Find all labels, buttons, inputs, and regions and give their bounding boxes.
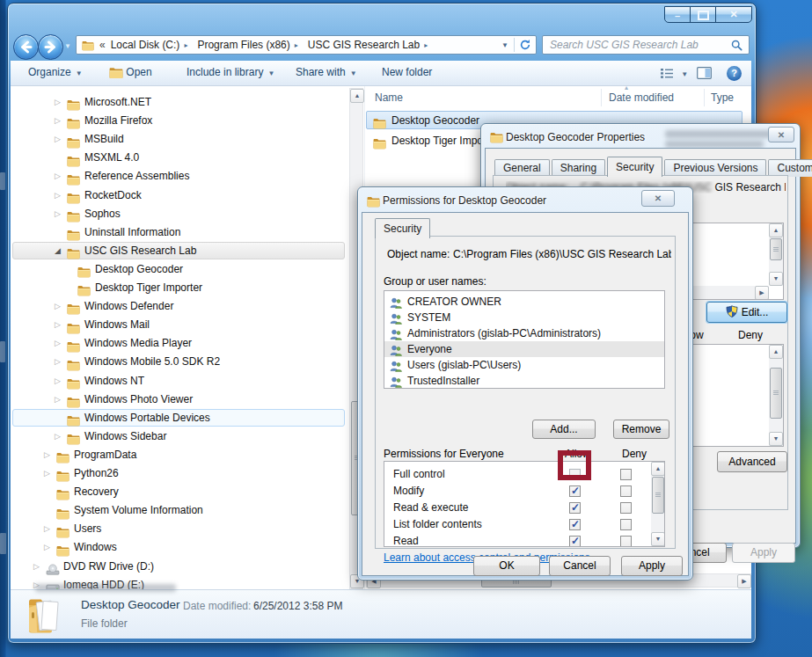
- expander-collapsed-icon[interactable]: ▷: [44, 446, 50, 464]
- scroll-down-button[interactable]: ▼: [769, 432, 783, 446]
- tree-item[interactable]: ▷ Users: [11, 520, 348, 537]
- expander-collapsed-icon[interactable]: ▷: [55, 167, 61, 185]
- permission-entries-list[interactable]: ▲ ▼ Full control Modify ✓ Read & execute…: [384, 461, 665, 547]
- tree-item[interactable]: ▷ Windows Defender: [11, 297, 348, 315]
- tree-item[interactable]: ▷ Windows Mobile 5.0 SDK R2: [11, 353, 348, 370]
- tree-item[interactable]: ▷ Windows: [11, 538, 348, 556]
- expander-collapsed-icon[interactable]: ▷: [55, 112, 61, 129]
- allow-checkbox[interactable]: ✓: [569, 519, 581, 530]
- views-button[interactable]: ▼: [660, 67, 688, 79]
- expander-collapsed-icon[interactable]: ▷: [44, 520, 50, 537]
- expander-collapsed-icon[interactable]: ▷: [55, 130, 61, 148]
- toolbar-item-open[interactable]: Open: [109, 66, 152, 79]
- permission-list-vscrollbar[interactable]: ▲ ▼: [769, 345, 783, 446]
- back-button[interactable]: [13, 34, 39, 60]
- allow-checkbox[interactable]: ✓: [569, 536, 581, 547]
- expander-collapsed-icon[interactable]: ▷: [55, 391, 61, 408]
- column-header-name[interactable]: Name: [375, 91, 403, 104]
- group-list-item[interactable]: TrustedInstaller: [384, 373, 664, 389]
- expander-collapsed-icon[interactable]: ▷: [55, 186, 61, 204]
- breadcrumb-separator-icon[interactable]: ▸: [295, 41, 298, 49]
- column-header-date-modified[interactable]: Date modified: [609, 91, 674, 104]
- tree-item[interactable]: ▷ Windows Photo Viewer: [11, 391, 348, 408]
- expander-collapsed-icon[interactable]: ▷: [55, 334, 61, 352]
- edit-permissions-button[interactable]: Edit...: [706, 302, 787, 323]
- breadcrumb-separator-icon[interactable]: ▸: [184, 41, 187, 49]
- tree-item[interactable]: Recovery: [11, 483, 348, 500]
- expander-collapsed-icon[interactable]: ▷: [55, 93, 61, 111]
- tree-item[interactable]: MSXML 4.0: [11, 149, 348, 166]
- group-list-item[interactable]: Everyone: [384, 341, 664, 357]
- breadcrumb-segment[interactable]: Local Disk (C:): [111, 39, 180, 51]
- tab-customize[interactable]: Customize: [768, 159, 812, 177]
- tree-item[interactable]: ▷ Windows Mail: [11, 316, 348, 333]
- toolbar-item-include-in-library[interactable]: Include in library▼: [187, 66, 274, 78]
- search-button[interactable]: [725, 40, 749, 51]
- tree-item[interactable]: ▷ Reference Assemblies: [11, 167, 348, 185]
- remove-button[interactable]: Remove: [613, 420, 669, 439]
- deny-checkbox[interactable]: [620, 469, 632, 480]
- address-bar[interactable]: « Local Disk (C:) ▸Program Files (x86) ▸…: [76, 35, 537, 55]
- tab-general[interactable]: General: [494, 159, 550, 177]
- expander-collapsed-icon[interactable]: ▷: [44, 538, 50, 556]
- expander-collapsed-icon[interactable]: ▷: [55, 297, 61, 315]
- expander-collapsed-icon[interactable]: ▷: [55, 316, 61, 333]
- scroll-right-button[interactable]: ▶: [737, 574, 751, 588]
- column-separator[interactable]: [704, 89, 705, 106]
- scroll-up-button[interactable]: ▲: [769, 223, 783, 237]
- tree-item[interactable]: ▷ Windows Media Player: [11, 334, 348, 352]
- deny-checkbox[interactable]: [620, 502, 632, 514]
- permissions-cancel-button[interactable]: Cancel: [549, 556, 611, 576]
- help-button[interactable]: ?: [727, 66, 742, 81]
- tree-item[interactable]: ▷ Sophos: [11, 205, 348, 223]
- tree-item[interactable]: Desktop Geocoder: [11, 260, 348, 278]
- add-button[interactable]: Add...: [532, 420, 596, 439]
- search-input[interactable]: [543, 39, 725, 51]
- group-list-vscrollbar[interactable]: ▲ ▼: [769, 223, 783, 286]
- properties-close-button[interactable]: ✕: [768, 127, 794, 142]
- tab-security[interactable]: Security: [375, 218, 430, 238]
- toolbar-item-share-with[interactable]: Share with▼: [296, 66, 357, 78]
- advanced-button[interactable]: Advanced: [717, 451, 787, 472]
- expander-collapsed-icon[interactable]: ▷: [44, 464, 50, 482]
- close-button[interactable]: ✕: [715, 6, 752, 23]
- scroll-right-button[interactable]: ▶: [755, 286, 769, 300]
- scrollbar-thumb[interactable]: [770, 238, 782, 260]
- tree-item[interactable]: System Volume Information: [11, 501, 348, 519]
- deny-checkbox[interactable]: [620, 536, 632, 547]
- properties-apply-button[interactable]: Apply: [732, 543, 795, 563]
- address-dropdown-icon[interactable]: ▼: [501, 41, 508, 49]
- tree-item[interactable]: ▷ RocketDock: [11, 186, 348, 204]
- ok-button[interactable]: OK: [473, 556, 540, 576]
- scroll-down-button[interactable]: ▼: [769, 272, 783, 286]
- tab-security[interactable]: Security: [607, 157, 662, 177]
- expander-collapsed-icon[interactable]: ▷: [55, 372, 61, 390]
- column-separator[interactable]: [601, 89, 602, 106]
- tree-item[interactable]: Desktop Tiger Importer: [11, 279, 348, 296]
- expander-collapsed-icon[interactable]: ▷: [55, 205, 61, 223]
- tree-item[interactable]: ◢ USC GIS Research Lab: [11, 242, 348, 259]
- group-list-item[interactable]: Users (gislab-PC\Users): [384, 357, 664, 373]
- tree-item[interactable]: ▷ MSBuild: [11, 130, 348, 148]
- allow-checkbox[interactable]: ✓: [569, 485, 581, 497]
- tree-item[interactable]: ▷ Mozilla Firefox: [11, 112, 348, 129]
- expander-collapsed-icon[interactable]: ▷: [55, 427, 61, 445]
- tree-item[interactable]: Uninstall Information: [11, 223, 348, 241]
- preview-pane-button[interactable]: [697, 67, 712, 82]
- toolbar-item-organize[interactable]: Organize▼: [28, 66, 83, 78]
- permissions-apply-button[interactable]: Apply: [621, 556, 683, 576]
- column-header-type[interactable]: Type: [711, 91, 734, 104]
- group-list-item[interactable]: CREATOR OWNER: [384, 294, 664, 310]
- breadcrumb-segment[interactable]: Program Files (x86): [197, 39, 289, 51]
- toolbar-item-new-folder[interactable]: New folder: [382, 66, 432, 78]
- tree-item[interactable]: ▷ ProgramData: [11, 446, 348, 464]
- refresh-button[interactable]: [515, 39, 536, 51]
- tab-sharing[interactable]: Sharing: [552, 159, 605, 177]
- deny-checkbox[interactable]: [620, 485, 632, 497]
- expander-expanded-icon[interactable]: ◢: [55, 242, 61, 259]
- scroll-up-button[interactable]: ▲: [769, 345, 783, 359]
- tree-item[interactable]: ▷ DVD RW Drive (D:): [11, 558, 348, 575]
- group-user-list[interactable]: CREATOR OWNER SYSTEM Administrators (gis…: [384, 290, 665, 389]
- group-list-item[interactable]: Administrators (gislab-PC\Administrators…: [384, 325, 664, 341]
- tree-item[interactable]: ▷ Windows NT: [11, 372, 348, 390]
